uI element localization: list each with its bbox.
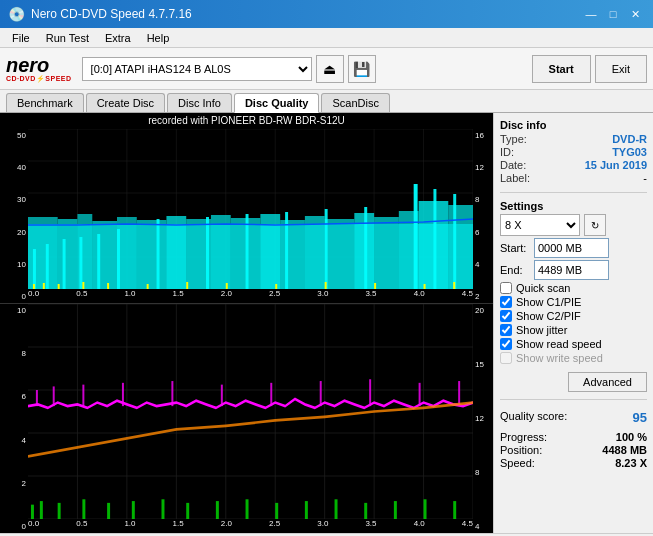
app-icon: 💿 [8,6,25,22]
type-label: Type: [500,133,527,145]
start-label: Start: [500,242,530,254]
bottom-chart-y-left: 10 8 6 4 2 0 [0,304,28,533]
exit-button[interactable]: Exit [595,55,647,83]
svg-rect-87 [419,383,421,406]
svg-rect-83 [221,385,223,407]
svg-rect-47 [414,184,418,289]
end-label: End: [500,264,530,276]
eject-button[interactable]: ⏏ [316,55,344,83]
menu-extra[interactable]: Extra [97,31,139,45]
speed-selector[interactable]: 4 X 6 X 8 X 12 X 16 X [500,214,580,236]
start-field[interactable]: 0000 MB [534,238,609,258]
titlebar-controls: — □ ✕ [581,5,645,23]
svg-rect-90 [40,501,43,519]
svg-rect-101 [335,499,338,519]
svg-rect-28 [305,216,325,289]
svg-rect-36 [46,244,49,289]
svg-rect-19 [92,221,117,289]
nero-logo: nero CD·DVD⚡SPEED [6,55,72,83]
maximize-button[interactable]: □ [603,5,623,23]
svg-rect-45 [325,209,328,289]
svg-rect-39 [97,234,100,289]
svg-rect-81 [122,383,124,406]
show-c1pie-checkbox[interactable] [500,296,512,308]
advanced-button[interactable]: Advanced [568,372,647,392]
svg-rect-17 [58,219,78,289]
show-c1pie-label: Show C1/PIE [516,296,581,308]
top-chart-y-right: 16 12 8 6 4 2 [473,129,493,303]
svg-rect-46 [364,207,367,289]
show-write-speed-label: Show write speed [516,352,603,364]
svg-rect-56 [186,282,188,289]
svg-rect-48 [433,189,436,289]
bottom-chart: 10 8 6 4 2 0 20 15 12 8 4 [0,304,493,533]
svg-rect-103 [394,501,397,519]
show-read-speed-checkbox[interactable] [500,338,512,350]
speed-row-2: Speed: 8.23 X [500,457,647,469]
show-jitter-row: Show jitter [500,324,647,336]
show-write-speed-checkbox[interactable] [500,352,512,364]
disc-date-row: Date: 15 Jun 2019 [500,159,647,171]
svg-rect-44 [285,212,288,289]
tab-benchmark[interactable]: Benchmark [6,93,84,112]
svg-rect-40 [117,229,120,289]
start-mb-row: Start: 0000 MB [500,238,647,258]
svg-rect-38 [79,237,82,289]
disc-info-section: Disc info Type: DVD-R ID: TYG03 Date: 15… [500,119,647,185]
svg-rect-43 [246,214,249,289]
speed-label: Speed: [500,457,535,469]
svg-rect-84 [270,383,272,406]
menu-run-test[interactable]: Run Test [38,31,97,45]
svg-rect-93 [107,503,110,519]
tab-bar: Benchmark Create Disc Disc Info Disc Qua… [0,90,653,113]
show-write-speed-row: Show write speed [500,352,647,364]
svg-rect-21 [137,220,167,289]
progress-label: Progress: [500,431,547,443]
position-row: Position: 4488 MB [500,444,647,456]
svg-rect-98 [246,499,249,519]
top-chart-y-left: 50 40 30 20 10 0 [0,129,28,303]
show-c2pif-row: Show C2/PIF [500,310,647,322]
svg-rect-92 [82,499,85,519]
show-jitter-label: Show jitter [516,324,567,336]
refresh-button[interactable]: ↻ [584,214,606,236]
bottom-chart-canvas [28,304,473,519]
tab-disc-info[interactable]: Disc Info [167,93,232,112]
titlebar-title: Nero CD-DVD Speed 4.7.7.16 [31,7,192,21]
menu-file[interactable]: File [4,31,38,45]
nero-subtitle: CD·DVD⚡SPEED [6,75,72,83]
svg-rect-99 [275,503,278,519]
svg-rect-29 [325,219,355,289]
tab-scandisc[interactable]: ScanDisc [321,93,389,112]
tab-disc-quality[interactable]: Disc Quality [234,93,320,113]
label-value: - [643,172,647,184]
save-button[interactable]: 💾 [348,55,376,83]
svg-rect-22 [166,216,186,289]
titlebar: 💿 Nero CD-DVD Speed 4.7.7.16 — □ ✕ [0,0,653,28]
close-button[interactable]: ✕ [625,5,645,23]
menubar: File Run Test Extra Help [0,28,653,48]
show-jitter-checkbox[interactable] [500,324,512,336]
show-c1pie-row: Show C1/PIE [500,296,647,308]
menu-help[interactable]: Help [139,31,178,45]
position-label: Position: [500,444,542,456]
svg-rect-53 [82,282,84,289]
svg-rect-102 [364,503,367,519]
svg-rect-97 [216,501,219,519]
svg-rect-59 [325,282,327,289]
divider-2 [500,399,647,400]
divider-1 [500,192,647,193]
quick-scan-row: Quick scan [500,282,647,294]
disc-id-row: ID: TYG03 [500,146,647,158]
show-c2pif-checkbox[interactable] [500,310,512,322]
svg-rect-79 [53,386,55,406]
svg-rect-24 [211,215,231,289]
svg-rect-31 [374,217,399,289]
drive-selector[interactable]: [0:0] ATAPI iHAS124 B AL0S [82,57,312,81]
end-field[interactable]: 4489 MB [534,260,609,280]
start-button[interactable]: Start [532,55,591,83]
minimize-button[interactable]: — [581,5,601,23]
tab-create-disc[interactable]: Create Disc [86,93,165,112]
date-label: Date: [500,159,526,171]
quick-scan-checkbox[interactable] [500,282,512,294]
